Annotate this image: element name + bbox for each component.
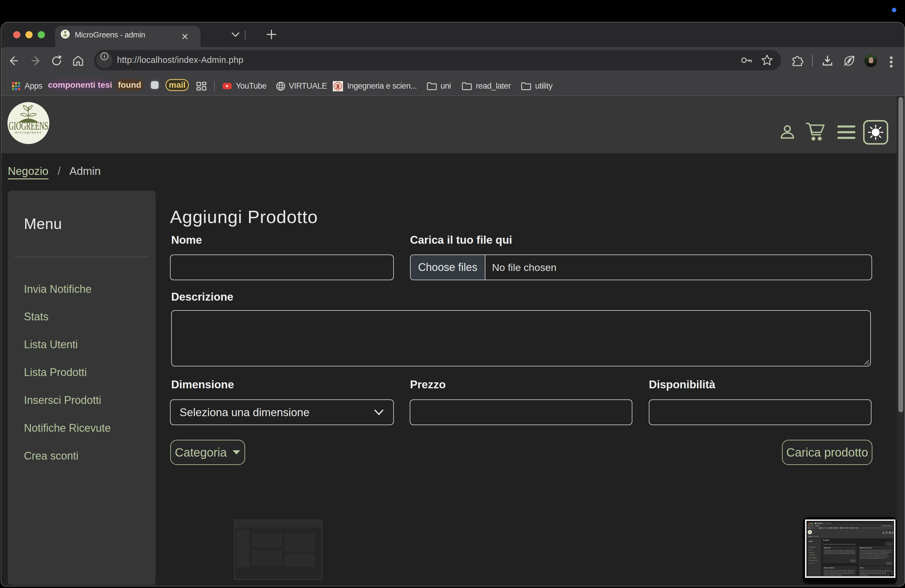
- svg-text:microgreens: microgreens: [15, 131, 42, 134]
- svg-text:GIOGREENS: GIOGREENS: [9, 119, 48, 132]
